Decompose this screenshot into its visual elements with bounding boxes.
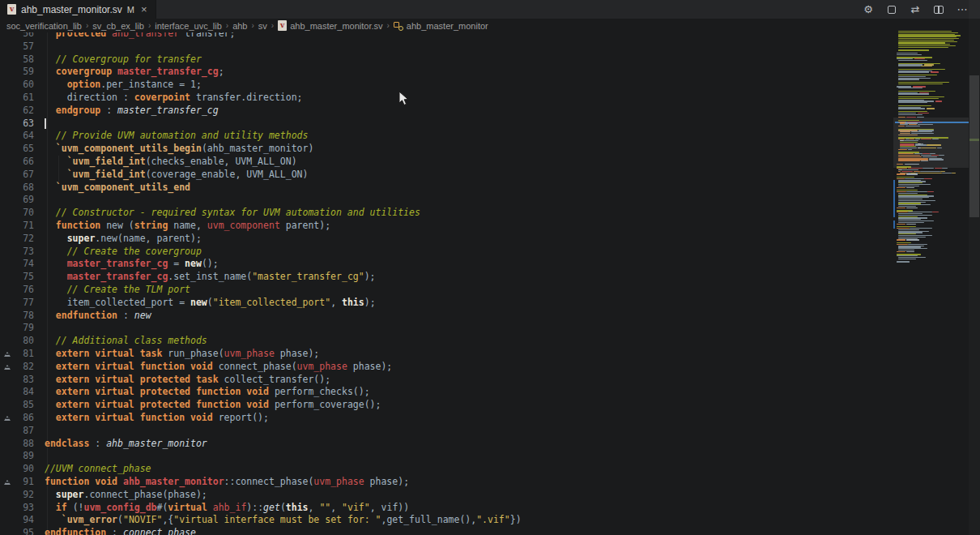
code-text: extern virtual task run_phase(uvm_phase … bbox=[45, 348, 319, 361]
code-line[interactable]: 59 covergroup master_transfer_cg; bbox=[0, 66, 895, 79]
code-editor[interactable]: 56 protected ahb_transfer transfer;5758 … bbox=[0, 32, 895, 535]
minimap-line bbox=[898, 193, 918, 194]
code-line[interactable]: 76 // Create the TLM port bbox=[0, 284, 895, 297]
code-line[interactable]: 81 extern virtual task run_phase(uvm_pha… bbox=[0, 348, 895, 361]
minimap-line bbox=[898, 88, 922, 88]
line-number: 79 bbox=[10, 322, 34, 335]
minimap-line bbox=[897, 251, 905, 252]
minimap-line bbox=[931, 71, 939, 72]
minimap-line bbox=[906, 224, 916, 225]
minimap-line bbox=[922, 168, 934, 169]
minimap-line bbox=[918, 173, 942, 173]
code-line[interactable]: 89 bbox=[0, 450, 895, 463]
code-line[interactable]: 83 extern virtual protected task collect… bbox=[0, 374, 895, 387]
line-number: 87 bbox=[10, 425, 34, 438]
settings-gear-icon[interactable]: ⚙ bbox=[862, 3, 875, 16]
code-text: // Additional class methods bbox=[45, 335, 207, 348]
line-number: 67 bbox=[10, 169, 34, 182]
minimap-line bbox=[935, 168, 942, 169]
code-line[interactable]: 75 master_transfer_cg.set_inst_name("mas… bbox=[0, 271, 895, 284]
scrollbar-slider[interactable] bbox=[969, 75, 979, 217]
code-line[interactable]: 79 bbox=[0, 322, 895, 335]
tab-ahb-master-monitor[interactable]: v ahb_master_monitor.sv M × bbox=[0, 0, 156, 19]
breadcrumb-item-interface_uvc_lib[interactable]: interface_uvc_lib bbox=[155, 21, 222, 31]
code-line[interactable]: 60 option.per_instance = 1; bbox=[0, 79, 895, 92]
code-line[interactable]: 61 direction : coverpoint transfer.direc… bbox=[0, 92, 895, 105]
line-number: 78 bbox=[10, 310, 34, 323]
code-line[interactable]: 65 `uvm_component_utils_begin(ahb_master… bbox=[0, 143, 895, 156]
code-line[interactable]: 72 super.new(name, parent); bbox=[0, 233, 895, 246]
code-line[interactable]: 74 master_transfer_cg = new(); bbox=[0, 258, 895, 271]
code-text: // Create the covergroup bbox=[45, 246, 202, 259]
code-line[interactable]: 70 // Constructor - required syntax for … bbox=[0, 207, 895, 220]
minimap-line bbox=[897, 261, 910, 262]
code-text: option.per_instance = 1; bbox=[45, 79, 202, 92]
minimap-line bbox=[898, 114, 922, 115]
minimap-line bbox=[927, 144, 941, 145]
tab-close-icon[interactable]: × bbox=[141, 3, 147, 15]
code-line[interactable]: 57 bbox=[0, 41, 895, 54]
vertical-scrollbar[interactable] bbox=[969, 0, 980, 535]
code-line[interactable]: 93 if (!uvm_config_db#(virtual ahb_if)::… bbox=[0, 502, 895, 515]
minimap[interactable] bbox=[893, 0, 969, 535]
minimap-line bbox=[935, 101, 942, 101]
line-number: 57 bbox=[10, 41, 34, 54]
code-line[interactable]: 82 extern virtual function void connect_… bbox=[0, 361, 895, 374]
code-line[interactable]: 66 `uvm_field_int(checks_enable, UVM_ALL… bbox=[0, 156, 895, 169]
breadcrumb-item-soc_verification_lib[interactable]: soc_verification_lib bbox=[6, 21, 82, 31]
code-line[interactable]: 85 extern virtual protected function voi… bbox=[0, 399, 895, 412]
text-cursor bbox=[45, 118, 46, 129]
code-line[interactable]: 63 bbox=[0, 118, 895, 131]
code-line[interactable]: 64 // Provide UVM automation and utility… bbox=[0, 130, 895, 143]
minimap-line bbox=[921, 148, 936, 148]
minimap-line bbox=[906, 187, 914, 188]
minimap-line bbox=[898, 126, 905, 126]
code-line[interactable]: 90//UVM connect_phase bbox=[0, 463, 895, 476]
code-line[interactable]: 73 // Create the covergroup bbox=[0, 246, 895, 259]
code-line[interactable]: 86 extern virtual function void report()… bbox=[0, 412, 895, 425]
breadcrumb-item-sv[interactable]: sv bbox=[258, 21, 267, 31]
code-line[interactable]: 88endclass : ahb_master_monitor bbox=[0, 438, 895, 451]
minimap-line bbox=[927, 108, 935, 109]
code-text: `uvm_field_int(coverage_enable, UVM_ALL_… bbox=[45, 169, 308, 182]
code-line[interactable]: 95endfunction : connect_phase bbox=[0, 527, 895, 535]
code-line[interactable]: 67 `uvm_field_int(coverage_enable, UVM_A… bbox=[0, 169, 895, 182]
code-text: endgroup : master_transfer_cg bbox=[45, 105, 219, 118]
code-line[interactable]: 80 // Additional class methods bbox=[0, 335, 895, 348]
minimap-line bbox=[898, 60, 927, 61]
breadcrumb-item-ahb[interactable]: ahb bbox=[232, 21, 247, 31]
line-number: 65 bbox=[10, 143, 34, 156]
code-line[interactable]: 91function void ahb_master_monitor::conn… bbox=[0, 476, 895, 489]
systemverilog-file-icon: v bbox=[7, 4, 16, 15]
code-line[interactable]: 94 `uvm_error("NOVIF",{"virtual interfac… bbox=[0, 514, 895, 527]
minimap-line bbox=[897, 54, 922, 55]
breadcrumb-item-sv_cb_ex_lib[interactable]: sv_cb_ex_lib bbox=[92, 21, 144, 31]
code-line[interactable]: 62 endgroup : master_transfer_cg bbox=[0, 105, 895, 118]
code-line[interactable]: 56 protected ahb_transfer transfer; bbox=[0, 32, 895, 41]
minimap-line bbox=[901, 171, 913, 172]
code-line[interactable]: 92 super.connect_phase(phase); bbox=[0, 489, 895, 502]
code-text: // Covergroup for transfer bbox=[45, 54, 202, 66]
code-text: `uvm_component_utils_end bbox=[45, 182, 190, 195]
code-text: // Provide UVM automation and utility me… bbox=[45, 130, 308, 143]
code-text: //UVM connect_phase bbox=[45, 463, 151, 476]
line-number: 81 bbox=[10, 348, 34, 361]
code-line[interactable]: 68 `uvm_component_utils_end bbox=[0, 182, 895, 195]
code-text: protected ahb_transfer transfer; bbox=[45, 32, 235, 41]
code-text: extern virtual protected function void p… bbox=[45, 399, 381, 412]
breadcrumb-separator-icon: › bbox=[86, 21, 88, 30]
minimap-line bbox=[898, 79, 919, 79]
code-text: super.new(name, parent); bbox=[45, 233, 202, 246]
minimap-line bbox=[940, 171, 945, 172]
code-line[interactable]: 58 // Covergroup for transfer bbox=[0, 54, 895, 66]
breadcrumb-item-symbol[interactable]: ahb_master_monitor bbox=[407, 21, 488, 31]
breadcrumb-separator-icon: › bbox=[387, 21, 390, 30]
breadcrumb-item-file[interactable]: ahb_master_monitor.sv bbox=[290, 21, 382, 31]
code-line[interactable]: 78 endfunction : new bbox=[0, 310, 895, 323]
code-line[interactable]: 87 bbox=[0, 425, 895, 438]
code-line[interactable]: 84 extern virtual protected function voi… bbox=[0, 386, 895, 399]
code-line[interactable]: 71 function new (string name, uvm_compon… bbox=[0, 220, 895, 233]
minimap-line bbox=[898, 98, 939, 99]
code-line[interactable]: 77 item_collected_port = new("item_colle… bbox=[0, 297, 895, 310]
code-line[interactable]: 69 bbox=[0, 194, 895, 207]
